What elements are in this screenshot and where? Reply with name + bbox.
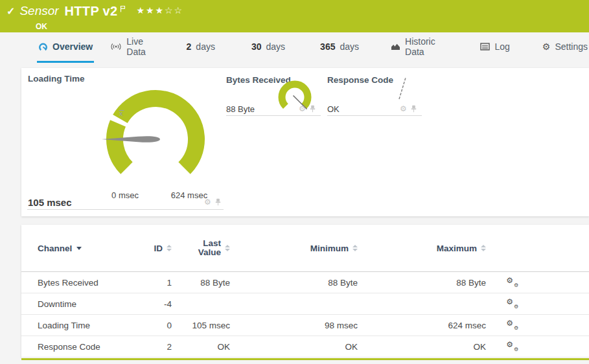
table-header-row: Channel ID Last Value Minimum Maximum <box>21 225 589 272</box>
cell-id: 2 <box>141 342 172 352</box>
broadcast-icon <box>110 43 122 51</box>
tab-overview[interactable]: Overview <box>37 32 94 63</box>
sensor-header: ✓ Sensor HTTP v2 ★★★☆☆ OK <box>0 0 589 32</box>
tab-unit: days <box>340 41 359 52</box>
gauge-title-loading-time: Loading Time <box>28 74 85 84</box>
tab-label: Overview <box>52 41 93 52</box>
bytes-received-value: 88 Byte <box>226 104 255 114</box>
cell-id: 1 <box>141 278 172 288</box>
gear-icon: ⚙ <box>542 42 551 51</box>
sort-arrows-icon <box>225 245 230 251</box>
response-code-gauge <box>391 73 417 103</box>
cell-minimum: 88 Byte <box>230 278 358 288</box>
table-row: Downtime -4 ⚙⚙ <box>21 293 589 315</box>
tab-number: 30 <box>251 41 262 52</box>
tab-label: Live Data <box>126 36 153 57</box>
tab-label: Historic Data <box>405 36 443 57</box>
cell-last-value: 105 msec <box>172 321 230 330</box>
cell-channel[interactable]: Downtime <box>38 299 141 309</box>
cell-id: 0 <box>141 321 172 330</box>
ok-check-icon: ✓ <box>6 5 15 17</box>
tab-unit: days <box>266 41 286 52</box>
cell-id: -4 <box>141 299 172 309</box>
column-header-last-value[interactable]: Last Value <box>172 239 230 257</box>
tab-number: 2 <box>187 41 192 52</box>
response-code-value: OK <box>327 104 340 114</box>
pin-icon[interactable] <box>411 105 417 113</box>
cell-channel[interactable]: Loading Time <box>38 321 141 330</box>
cell-maximum: 624 msec <box>358 321 486 330</box>
cell-minimum: OK <box>230 342 358 352</box>
column-header-id[interactable]: ID <box>141 244 172 253</box>
gauge-icon <box>38 43 48 51</box>
gauge-scale-min: 0 msec <box>108 190 142 200</box>
cell-channel[interactable]: Bytes Received <box>38 278 141 288</box>
sort-arrows-icon <box>167 245 172 251</box>
gear-icon[interactable]: ⚙ <box>400 105 407 113</box>
tab-bar: Overview Live Data 2 days 30 days 365 da… <box>0 32 589 63</box>
priority-stars[interactable]: ★★★☆☆ <box>136 5 183 16</box>
column-header-maximum[interactable]: Maximum <box>358 244 486 253</box>
column-header-minimum[interactable]: Minimum <box>230 244 358 253</box>
cell-last-value: 88 Byte <box>172 278 230 288</box>
gear-icon[interactable]: ⚙ <box>299 105 306 113</box>
next-section-edge <box>21 358 589 360</box>
tab-settings[interactable]: ⚙ Settings <box>541 32 589 63</box>
object-type-label: Sensor <box>19 4 58 18</box>
tab-30-days[interactable]: 30 days <box>250 32 286 63</box>
gauge-scale-max: 624 msec <box>169 190 209 200</box>
gear-icon[interactable]: ⚙ <box>204 198 211 206</box>
flag-icon[interactable] <box>120 5 126 12</box>
tab-number: 365 <box>320 41 335 52</box>
gauges-panel: Loading Time x 0 msec 624 msec 105 msec … <box>21 68 589 216</box>
log-icon <box>480 43 490 51</box>
sort-caret-icon <box>76 247 82 250</box>
tab-label: Log <box>494 41 509 52</box>
tab-2-days[interactable]: 2 days <box>185 32 216 63</box>
tab-365-days[interactable]: 365 days <box>319 32 360 63</box>
channels-table-panel: Channel ID Last Value Minimum Maximum By… <box>21 225 589 358</box>
cell-channel[interactable]: Response Code <box>38 342 141 352</box>
tab-log[interactable]: Log <box>479 32 511 63</box>
status-badge: OK <box>36 22 589 31</box>
cell-maximum: 88 Byte <box>358 278 486 288</box>
sort-arrows-icon <box>352 245 358 251</box>
loading-time-gauge: x <box>100 84 211 194</box>
loading-time-value: 105 msec <box>28 197 72 208</box>
tab-unit: days <box>196 41 215 52</box>
sort-arrows-icon <box>481 245 486 251</box>
table-row: Bytes Received 1 88 Byte 88 Byte 88 Byte… <box>21 272 589 293</box>
column-header-channel[interactable]: Channel <box>38 244 141 253</box>
gauge-title-response-code: Response Code <box>327 75 393 85</box>
cell-maximum: OK <box>358 342 486 352</box>
pin-icon[interactable] <box>310 105 316 113</box>
tab-historic-data[interactable]: Historic Data <box>389 32 444 63</box>
cell-last-value: OK <box>172 342 230 352</box>
tab-live-data[interactable]: Live Data <box>109 32 154 63</box>
page-title: HTTP v2 <box>65 4 118 19</box>
table-row: Loading Time 0 105 msec 98 msec 624 msec… <box>21 315 589 336</box>
table-row: Response Code 2 OK OK OK ⚙⚙ <box>21 336 589 358</box>
area-chart-icon <box>391 43 400 51</box>
tab-label: Settings <box>555 41 588 52</box>
cell-minimum: 98 msec <box>230 321 358 330</box>
pin-icon[interactable] <box>215 198 221 206</box>
